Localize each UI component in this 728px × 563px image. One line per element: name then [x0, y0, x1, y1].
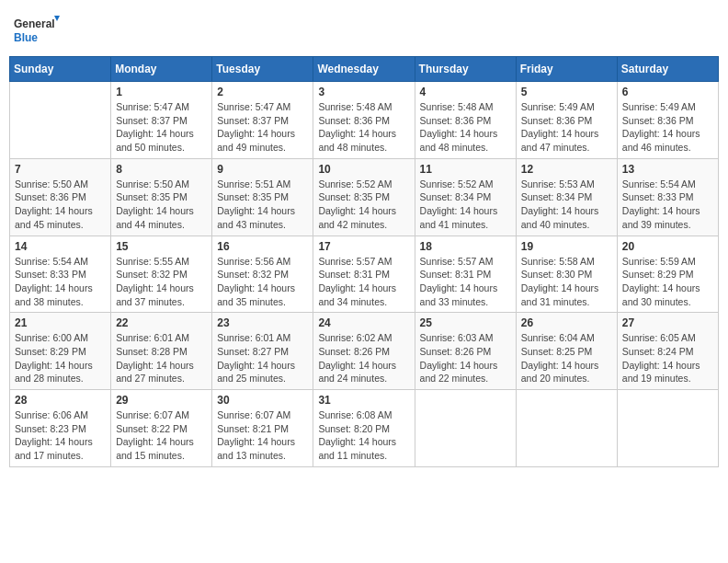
day-info: Sunrise: 5:57 AM Sunset: 8:31 PM Dayligh…: [420, 255, 511, 309]
day-info: Sunrise: 5:48 AM Sunset: 8:36 PM Dayligh…: [420, 100, 511, 155]
day-info: Sunrise: 5:49 AM Sunset: 8:36 PM Dayligh…: [622, 100, 713, 155]
calendar-cell: 8Sunrise: 5:50 AM Sunset: 8:35 PM Daylig…: [111, 158, 212, 236]
svg-marker-2: [54, 16, 60, 21]
day-info: Sunrise: 6:03 AM Sunset: 8:26 PM Dayligh…: [420, 331, 511, 385]
day-info: Sunrise: 5:52 AM Sunset: 8:35 PM Dayligh…: [318, 178, 409, 232]
logo: General Blue: [14, 14, 60, 47]
day-info: Sunrise: 6:06 AM Sunset: 8:23 PM Dayligh…: [15, 408, 106, 463]
day-number: 27: [622, 316, 713, 329]
day-number: 6: [622, 86, 713, 98]
day-of-week-header: Monday: [111, 57, 212, 82]
day-info: Sunrise: 5:55 AM Sunset: 8:32 PM Dayligh…: [116, 255, 207, 309]
svg-text:Blue: Blue: [14, 31, 38, 44]
day-of-week-header: Thursday: [415, 57, 516, 82]
calendar-cell: 12Sunrise: 5:53 AM Sunset: 8:34 PM Dayli…: [516, 158, 617, 236]
calendar-cell: 26Sunrise: 6:04 AM Sunset: 8:25 PM Dayli…: [516, 313, 617, 390]
day-number: 7: [15, 163, 106, 176]
day-of-week-header: Tuesday: [212, 57, 313, 82]
calendar-cell: 7Sunrise: 5:50 AM Sunset: 8:36 PM Daylig…: [10, 158, 111, 236]
day-info: Sunrise: 5:54 AM Sunset: 8:33 PM Dayligh…: [622, 178, 713, 232]
svg-text:General: General: [14, 17, 55, 30]
day-of-week-header: Wednesday: [313, 57, 415, 82]
day-info: Sunrise: 5:53 AM Sunset: 8:34 PM Dayligh…: [521, 178, 612, 232]
calendar-cell: [10, 82, 111, 159]
day-number: 20: [622, 240, 713, 253]
day-number: 11: [420, 163, 511, 176]
day-number: 21: [15, 316, 106, 329]
calendar-week-row: 14Sunrise: 5:54 AM Sunset: 8:33 PM Dayli…: [10, 236, 719, 313]
day-number: 3: [318, 86, 409, 98]
calendar-cell: 17Sunrise: 5:57 AM Sunset: 8:31 PM Dayli…: [313, 236, 415, 313]
day-number: 9: [217, 163, 308, 176]
calendar-cell: 27Sunrise: 6:05 AM Sunset: 8:24 PM Dayli…: [617, 313, 718, 390]
day-info: Sunrise: 5:56 AM Sunset: 8:32 PM Dayligh…: [217, 255, 308, 309]
day-info: Sunrise: 5:47 AM Sunset: 8:37 PM Dayligh…: [116, 100, 207, 155]
day-number: 16: [217, 240, 308, 253]
day-number: 22: [116, 316, 207, 329]
calendar-cell: 24Sunrise: 6:02 AM Sunset: 8:26 PM Dayli…: [313, 313, 415, 390]
day-info: Sunrise: 6:07 AM Sunset: 8:21 PM Dayligh…: [217, 408, 308, 463]
calendar-cell: 18Sunrise: 5:57 AM Sunset: 8:31 PM Dayli…: [415, 236, 516, 313]
calendar-cell: 20Sunrise: 5:59 AM Sunset: 8:29 PM Dayli…: [617, 236, 718, 313]
day-number: 12: [521, 163, 612, 176]
day-number: 2: [217, 86, 308, 98]
day-number: 10: [318, 163, 409, 176]
day-number: 13: [622, 163, 713, 176]
day-number: 28: [15, 394, 106, 407]
day-info: Sunrise: 5:50 AM Sunset: 8:35 PM Dayligh…: [116, 178, 207, 232]
calendar-cell: 9Sunrise: 5:51 AM Sunset: 8:35 PM Daylig…: [212, 158, 313, 236]
day-number: 24: [318, 316, 409, 329]
calendar-cell: 25Sunrise: 6:03 AM Sunset: 8:26 PM Dayli…: [415, 313, 516, 390]
day-number: 1: [116, 86, 207, 98]
calendar-cell: 13Sunrise: 5:54 AM Sunset: 8:33 PM Dayli…: [617, 158, 718, 236]
calendar-week-row: 28Sunrise: 6:06 AM Sunset: 8:23 PM Dayli…: [10, 390, 719, 467]
day-info: Sunrise: 6:08 AM Sunset: 8:20 PM Dayligh…: [318, 408, 409, 463]
calendar-cell: 2Sunrise: 5:47 AM Sunset: 8:37 PM Daylig…: [212, 82, 313, 159]
calendar-cell: 19Sunrise: 5:58 AM Sunset: 8:30 PM Dayli…: [516, 236, 617, 313]
day-info: Sunrise: 5:51 AM Sunset: 8:35 PM Dayligh…: [217, 178, 308, 232]
calendar-cell: 21Sunrise: 6:00 AM Sunset: 8:29 PM Dayli…: [10, 313, 111, 390]
day-info: Sunrise: 5:58 AM Sunset: 8:30 PM Dayligh…: [521, 255, 612, 309]
calendar-week-row: 7Sunrise: 5:50 AM Sunset: 8:36 PM Daylig…: [10, 158, 719, 236]
day-number: 30: [217, 394, 308, 407]
day-number: 25: [420, 316, 511, 329]
calendar-cell: [617, 390, 718, 467]
day-number: 17: [318, 240, 409, 253]
calendar-cell: [415, 390, 516, 467]
day-info: Sunrise: 6:05 AM Sunset: 8:24 PM Dayligh…: [622, 331, 713, 385]
calendar-cell: [516, 390, 617, 467]
day-info: Sunrise: 6:04 AM Sunset: 8:25 PM Dayligh…: [521, 331, 612, 385]
calendar-header-row: SundayMondayTuesdayWednesdayThursdayFrid…: [10, 57, 719, 82]
day-number: 4: [420, 86, 511, 98]
day-info: Sunrise: 5:48 AM Sunset: 8:36 PM Dayligh…: [318, 100, 409, 155]
calendar-cell: 30Sunrise: 6:07 AM Sunset: 8:21 PM Dayli…: [212, 390, 313, 467]
day-number: 31: [318, 394, 409, 407]
calendar-cell: 22Sunrise: 6:01 AM Sunset: 8:28 PM Dayli…: [111, 313, 212, 390]
day-number: 29: [116, 394, 207, 407]
day-info: Sunrise: 5:52 AM Sunset: 8:34 PM Dayligh…: [420, 178, 511, 232]
calendar-cell: 10Sunrise: 5:52 AM Sunset: 8:35 PM Dayli…: [313, 158, 415, 236]
calendar-week-row: 1Sunrise: 5:47 AM Sunset: 8:37 PM Daylig…: [10, 82, 719, 159]
calendar-cell: 14Sunrise: 5:54 AM Sunset: 8:33 PM Dayli…: [10, 236, 111, 313]
day-number: 8: [116, 163, 207, 176]
day-number: 26: [521, 316, 612, 329]
calendar-cell: 1Sunrise: 5:47 AM Sunset: 8:37 PM Daylig…: [111, 82, 212, 159]
day-info: Sunrise: 6:00 AM Sunset: 8:29 PM Dayligh…: [15, 331, 106, 385]
day-info: Sunrise: 6:01 AM Sunset: 8:28 PM Dayligh…: [116, 331, 207, 385]
day-number: 15: [116, 240, 207, 253]
day-info: Sunrise: 6:01 AM Sunset: 8:27 PM Dayligh…: [217, 331, 308, 385]
logo-svg: General Blue: [14, 14, 60, 47]
calendar-table: SundayMondayTuesdayWednesdayThursdayFrid…: [9, 56, 719, 467]
calendar-cell: 4Sunrise: 5:48 AM Sunset: 8:36 PM Daylig…: [415, 82, 516, 159]
calendar-cell: 11Sunrise: 5:52 AM Sunset: 8:34 PM Dayli…: [415, 158, 516, 236]
day-info: Sunrise: 5:54 AM Sunset: 8:33 PM Dayligh…: [15, 255, 106, 309]
day-info: Sunrise: 5:49 AM Sunset: 8:36 PM Dayligh…: [521, 100, 612, 155]
calendar-week-row: 21Sunrise: 6:00 AM Sunset: 8:29 PM Dayli…: [10, 313, 719, 390]
day-number: 14: [15, 240, 106, 253]
day-info: Sunrise: 5:57 AM Sunset: 8:31 PM Dayligh…: [318, 255, 409, 309]
day-number: 5: [521, 86, 612, 98]
day-info: Sunrise: 5:50 AM Sunset: 8:36 PM Dayligh…: [15, 178, 106, 232]
day-of-week-header: Friday: [516, 57, 617, 82]
day-of-week-header: Saturday: [617, 57, 718, 82]
day-info: Sunrise: 5:59 AM Sunset: 8:29 PM Dayligh…: [622, 255, 713, 309]
